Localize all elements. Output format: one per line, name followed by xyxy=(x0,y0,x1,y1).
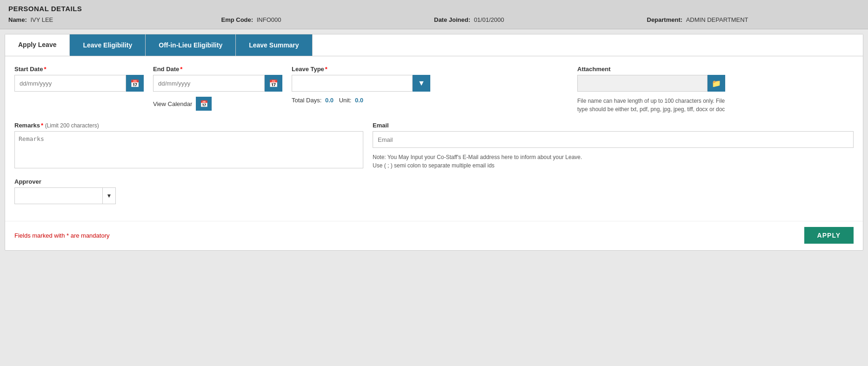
form-area: Start Date* 📅 End Date* 📅 View Calendar xyxy=(5,56,863,219)
form-row-2: Remarks* (Limit 200 characters) Email No… xyxy=(14,122,854,170)
start-date-calendar-button[interactable]: 📅 xyxy=(126,75,144,92)
attachment-browse-button[interactable]: 📁 xyxy=(708,75,725,92)
personal-details-title: PERSONAL DETAILS xyxy=(8,5,860,13)
apply-button[interactable]: APPLY xyxy=(804,227,854,244)
view-calendar-label: View Calendar xyxy=(153,100,192,107)
view-calendar-button[interactable]: 📅 xyxy=(196,97,212,111)
form-row-1: Start Date* 📅 End Date* 📅 View Calendar xyxy=(14,66,854,113)
start-date-input-wrap: 📅 xyxy=(14,75,144,92)
approver-group: Approver ▼ xyxy=(14,178,116,204)
total-days-display: Total Days: 0.0 Unit: 0.0 xyxy=(292,97,568,104)
bottom-bar: Fields marked with * are mandatory APPLY xyxy=(5,221,863,250)
attachment-input[interactable] xyxy=(577,75,708,92)
form-row-3: Approver ▼ xyxy=(14,178,854,204)
end-date-label: End Date* xyxy=(153,66,282,73)
unit-value: 0.0 xyxy=(355,97,363,104)
end-date-required: * xyxy=(180,66,182,73)
end-date-input[interactable] xyxy=(153,75,265,92)
start-date-group: Start Date* 📅 xyxy=(14,66,144,92)
start-date-required: * xyxy=(44,66,46,73)
name-label: Name: xyxy=(8,16,27,23)
tab-leave-eligibility[interactable]: Leave Eligibility xyxy=(70,34,146,56)
tab-apply-leave[interactable]: Apply Leave xyxy=(5,34,70,56)
total-days-value: 0.0 xyxy=(325,97,334,104)
view-calendar-row: View Calendar 📅 xyxy=(153,97,282,111)
remarks-textarea[interactable] xyxy=(14,131,363,168)
department-field: Department: ADMIN DEPARTMENT xyxy=(647,16,860,23)
email-group: Email Note: You May Input your Co-Staff'… xyxy=(373,122,854,170)
remarks-label: Remarks* (Limit 200 characters) xyxy=(14,122,363,129)
personal-details-header: PERSONAL DETAILS Name: IVY LEE Emp Code:… xyxy=(0,0,868,29)
tab-off-in-lieu[interactable]: Off-in-Lieu Eligibility xyxy=(146,34,236,56)
leave-type-label: Leave Type* xyxy=(292,66,568,73)
end-date-input-wrap: 📅 xyxy=(153,75,282,92)
remarks-required: * xyxy=(41,122,43,129)
approver-select-wrap: ▼ xyxy=(14,187,116,204)
leave-type-required: * xyxy=(325,66,327,73)
date-joined-label: Date Joined: xyxy=(434,16,470,23)
email-note: Note: You May Input your Co-Staff's E-Ma… xyxy=(373,153,854,170)
tabs-bar: Apply Leave Leave Eligibility Off-in-Lie… xyxy=(5,34,863,56)
date-joined-value: 01/01/2000 xyxy=(474,16,504,23)
mandatory-note: Fields marked with * are mandatory xyxy=(14,232,109,239)
department-value: ADMIN DEPARTMENT xyxy=(686,16,748,23)
approver-dropdown-arrow[interactable]: ▼ xyxy=(103,187,116,204)
emp-code-field: Emp Code: INFO000 xyxy=(221,16,434,23)
name-field: Name: IVY LEE xyxy=(8,16,221,23)
leave-type-group: Leave Type* ▼ Total Days: 0.0 Unit: 0.0 xyxy=(292,66,568,104)
start-date-input[interactable] xyxy=(14,75,126,92)
emp-code-value: INFO000 xyxy=(257,16,281,23)
approver-label: Approver xyxy=(14,178,116,185)
emp-code-label: Emp Code: xyxy=(221,16,254,23)
attachment-note: File name can have length of up to 100 c… xyxy=(577,97,735,113)
tab-leave-summary[interactable]: Leave Summary xyxy=(236,34,312,56)
remarks-group: Remarks* (Limit 200 characters) xyxy=(14,122,363,168)
attachment-group: Attachment 📁 File name can have length o… xyxy=(577,66,854,113)
date-joined-field: Date Joined: 01/01/2000 xyxy=(434,16,647,23)
department-label: Department: xyxy=(647,16,683,23)
email-label: Email xyxy=(373,122,854,129)
email-input[interactable] xyxy=(373,131,854,148)
start-date-label: Start Date* xyxy=(14,66,144,73)
leave-type-dropdown-button[interactable]: ▼ xyxy=(413,75,430,92)
approver-select[interactable] xyxy=(14,187,103,204)
total-days-label: Total Days: xyxy=(292,97,321,104)
main-container: Apply Leave Leave Eligibility Off-in-Lie… xyxy=(5,34,863,251)
name-value: IVY LEE xyxy=(30,16,53,23)
unit-label: Unit: xyxy=(339,97,352,104)
leave-type-select-wrap: ▼ xyxy=(292,75,568,92)
remarks-limit-note: (Limit 200 characters) xyxy=(45,122,99,129)
attachment-label: Attachment xyxy=(577,66,854,73)
personal-details-row: Name: IVY LEE Emp Code: INFO000 Date Joi… xyxy=(8,16,860,26)
leave-type-select[interactable] xyxy=(292,75,413,92)
end-date-calendar-button[interactable]: 📅 xyxy=(265,75,282,92)
end-date-group: End Date* 📅 View Calendar 📅 xyxy=(153,66,282,111)
attachment-input-wrap: 📁 xyxy=(577,75,854,92)
